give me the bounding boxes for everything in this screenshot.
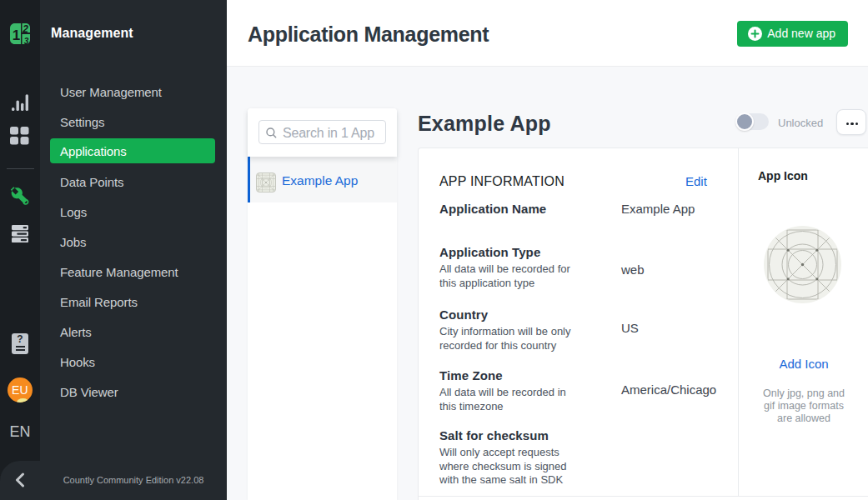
svg-text:1: 1 — [13, 28, 20, 43]
svg-text:2: 2 — [22, 23, 28, 35]
svg-text:3: 3 — [24, 37, 29, 44]
